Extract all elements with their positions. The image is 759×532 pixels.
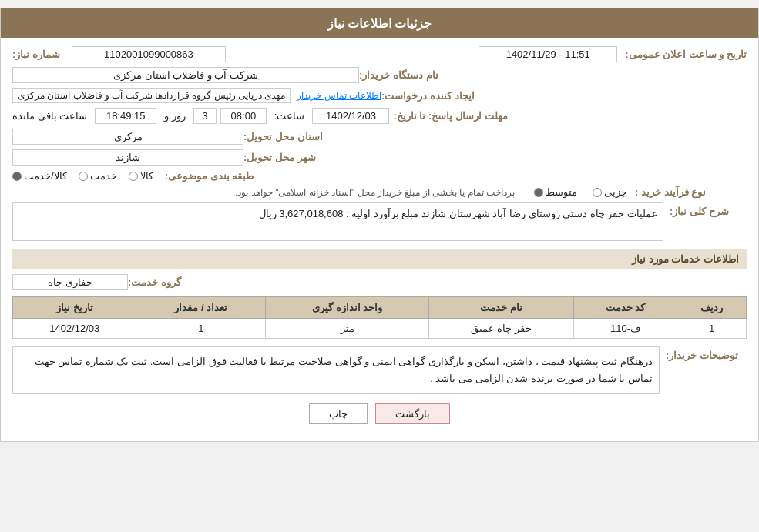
deadline-date-value: 1402/12/03 (312, 108, 389, 124)
subject-option-kala-khedmat[interactable]: کالا/خدمت (12, 170, 67, 182)
description-box: عملیات حفر چاه دستی روستای رضا آباد شهرس… (12, 202, 663, 241)
delivery-province-label: استان محل تحویل: (243, 131, 351, 142)
subject-kala-radio[interactable] (129, 172, 138, 181)
process-option-jozi[interactable]: جزیی (593, 186, 627, 198)
remaining-days-value: 3 (193, 108, 217, 124)
cell-service-name: حفر چاه عمیق (428, 319, 573, 339)
col-date: تاریخ نیاز (13, 297, 136, 319)
creator-label: ایجاد کننده درخواست: (381, 90, 489, 102)
cell-row-num: 1 (677, 319, 747, 339)
cell-unit: متر (266, 319, 429, 339)
subject-label: طبقه بندی موضوعی: (165, 170, 273, 182)
cell-service-code: ف-110 (573, 319, 677, 339)
service-group-value: حفاری چاه (12, 274, 128, 290)
services-table: ردیف کد خدمت نام خدمت واحد اندازه گیری ت… (12, 296, 747, 339)
subject-kala-khedmat-label: کالا/خدمت (24, 170, 67, 182)
subject-option-kala[interactable]: کالا (129, 170, 153, 182)
delivery-province-value: مرکزی (12, 129, 243, 145)
description-value: عملیات حفر چاه دستی روستای رضا آباد شهرس… (259, 208, 658, 219)
process-motavasset-radio[interactable] (534, 188, 543, 197)
deadline-time-label: ساعت: (274, 110, 305, 122)
description-label: شرح کلی نیاز: (670, 202, 747, 217)
remaining-time-value: 18:49:15 (95, 108, 156, 124)
process-motavasset-label: متوسط (546, 186, 577, 198)
col-quantity: تعداد / مقدار (136, 297, 266, 319)
buyer-notes-text: درهنگام ثبت پیشنهاد قیمت ، داشتن، اسکن و… (35, 356, 653, 384)
deadline-label: مهلت ارسال پاسخ: تا تاریخ: (393, 110, 507, 122)
process-option-motavasset[interactable]: متوسط (534, 186, 577, 198)
remaining-days-label: روز و (164, 110, 186, 122)
subject-option-khedmat[interactable]: خدمت (79, 170, 117, 182)
buyer-notes-label: توضیحات خریدار: (666, 346, 743, 361)
announce-date-label: تاریخ و ساعت اعلان عمومی: (625, 49, 747, 60)
announce-date-value: 1402/11/29 - 11:51 (479, 46, 617, 62)
process-label: نوع فرآیند خرید : (635, 186, 743, 198)
buyer-notes-box: درهنگام ثبت پیشنهاد قیمت ، داشتن، اسکن و… (12, 346, 660, 394)
col-service-name: نام خدمت (428, 297, 573, 319)
subject-kala-khedmat-radio[interactable] (12, 172, 22, 181)
requester-org-value: شرکت آب و فاضلاب استان مرکزی (12, 67, 359, 83)
back-button[interactable]: بازگشت (375, 403, 450, 424)
services-header: اطلاعات خدمات مورد نیاز (12, 249, 747, 269)
page-title: جزئیات اطلاعات نیاز (1, 8, 758, 38)
cell-quantity: 1 (136, 319, 266, 339)
subject-khedmat-radio[interactable] (79, 172, 88, 181)
contact-link[interactable]: اطلاعات تماس خریدار (297, 90, 381, 101)
delivery-city-label: شهر محل تحویل: (243, 152, 351, 163)
need-number-value: 1102001099000863 (72, 46, 226, 62)
col-unit: واحد اندازه گیری (266, 297, 429, 319)
process-jozi-radio[interactable] (593, 188, 602, 197)
button-row: بازگشت چاپ (12, 403, 747, 424)
print-button[interactable]: چاپ (309, 403, 368, 424)
col-service-code: کد خدمت (573, 297, 677, 319)
cell-date: 1402/12/03 (13, 319, 136, 339)
subject-khedmat-label: خدمت (90, 170, 117, 182)
table-row: 1 ف-110 حفر چاه عمیق متر 1 1402/12/03 (13, 319, 747, 339)
col-row-num: ردیف (677, 297, 747, 319)
requester-org-label: نام دستگاه خریدار: (359, 69, 467, 81)
remaining-time-label: ساعت باقی مانده (12, 110, 87, 122)
service-group-label: گروه خدمت: (128, 276, 205, 288)
need-number-label: شماره نیاز: (12, 49, 60, 60)
deadline-time-value: 08:00 (220, 108, 267, 124)
process-jozi-label: جزیی (604, 186, 627, 198)
creator-value: مهدی دریایی رئیس گروه قراردادها شرکت آب … (12, 88, 291, 103)
process-note: پرداخت تمام یا بخشی از مبلغ خریداز محل "… (12, 187, 515, 198)
subject-kala-label: کالا (140, 170, 153, 182)
delivery-city-value: شازند (12, 149, 243, 166)
